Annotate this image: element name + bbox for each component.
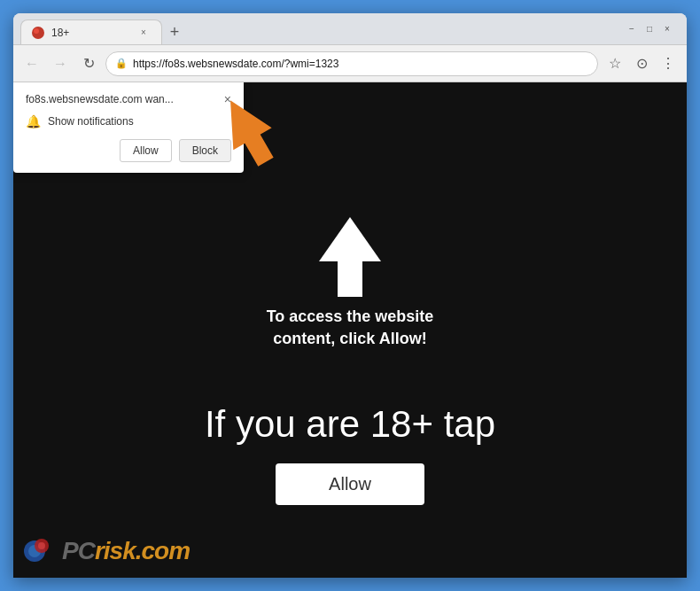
risk-text: risk.com <box>95 537 190 565</box>
age-text: If you are 18+ tap <box>205 403 495 446</box>
arrow-shaft <box>338 261 362 297</box>
pcrisk-text-area: PC risk.com <box>62 537 190 565</box>
new-tab-button[interactable]: + <box>162 19 187 44</box>
svg-marker-1 <box>211 89 284 173</box>
maximize-button[interactable]: □ <box>644 24 655 35</box>
notification-label: Show notifications <box>48 115 134 128</box>
popup-site-text: fo8s.websnewsdate.com wan... <box>26 93 174 107</box>
url-text: https://fo8s.websnewsdate.com/?wmi=1323 <box>133 58 588 70</box>
close-window-button[interactable]: × <box>662 24 673 35</box>
address-bar[interactable]: 🔒 https://fo8s.websnewsdate.com/?wmi=132… <box>105 51 598 76</box>
orange-arrow-indicator <box>208 91 288 175</box>
popup-buttons: Allow Block <box>26 139 231 162</box>
refresh-button[interactable]: ↻ <box>77 52 100 75</box>
svg-point-5 <box>38 542 45 549</box>
content-area: fo8s.websnewsdate.com wan... × 🔔 Show no… <box>13 82 687 578</box>
navigation-bar: ← → ↻ 🔒 https://fo8s.websnewsdate.com/?w… <box>13 45 687 82</box>
title-bar: 18+ × + − □ × <box>13 13 687 45</box>
browser-window: 18+ × + − □ × ← → <box>13 13 687 578</box>
menu-button[interactable]: ⋮ <box>657 52 680 75</box>
tab-area: 18+ × + <box>20 13 616 44</box>
click-instruction: To access the website content, click All… <box>267 306 434 350</box>
nav-actions: ☆ ⊙ ⋮ <box>603 52 680 75</box>
bookmark-button[interactable]: ☆ <box>603 52 626 75</box>
tab-title: 18+ <box>51 27 69 39</box>
page-allow-button[interactable]: Allow <box>276 463 424 505</box>
popup-header: fo8s.websnewsdate.com wan... × <box>26 93 231 107</box>
back-button[interactable]: ← <box>20 52 43 75</box>
arrow-head <box>319 217 381 261</box>
pcrisk-watermark: PC risk.com <box>22 533 190 569</box>
popup-allow-button[interactable]: Allow <box>120 139 172 162</box>
account-button[interactable]: ⊙ <box>630 52 653 75</box>
pc-text: PC <box>62 537 95 565</box>
bell-icon: 🔔 <box>26 114 41 128</box>
browser-tab[interactable]: 18+ × <box>20 19 162 44</box>
minimize-button[interactable]: − <box>626 24 637 35</box>
forward-button[interactable]: → <box>49 52 72 75</box>
pcrisk-logo-icon <box>22 533 58 569</box>
tab-close-button[interactable]: × <box>136 26 151 40</box>
window-controls: − □ × <box>619 24 680 35</box>
lock-icon: 🔒 <box>115 58 128 69</box>
tab-favicon-icon <box>32 27 44 39</box>
up-arrow-graphic <box>319 217 381 297</box>
